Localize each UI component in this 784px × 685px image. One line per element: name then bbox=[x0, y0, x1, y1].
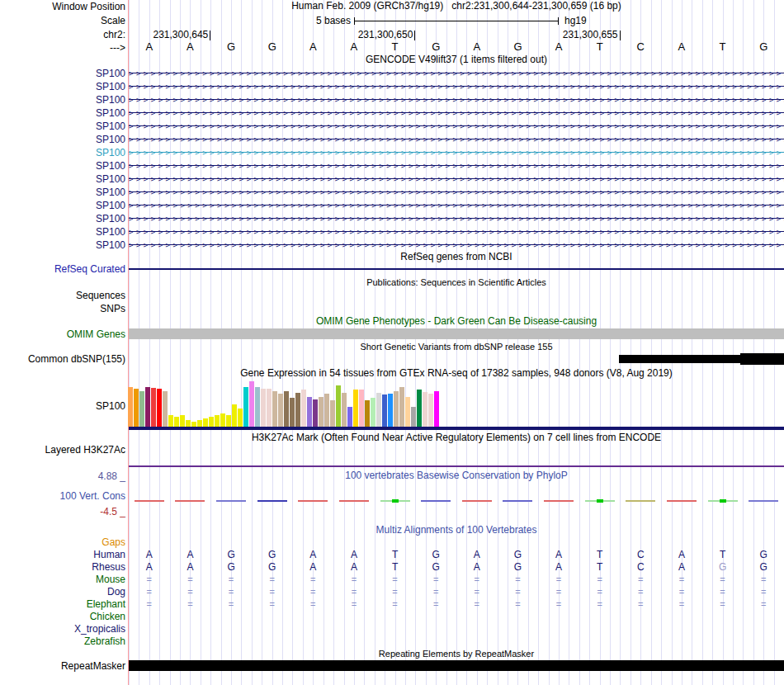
gtex-tissue-bar[interactable] bbox=[209, 417, 214, 427]
phylop-bar[interactable] bbox=[503, 500, 532, 502]
gtex-expression-chart[interactable] bbox=[128, 381, 442, 427]
gencode-transcript-label[interactable]: SP100 bbox=[96, 133, 125, 146]
transcript-arrows[interactable]: >>>>>>>>>>>>>>>>>>>>>>>>>>>>>>>>>>>>>>>>… bbox=[129, 212, 784, 225]
transcript-arrows[interactable]: >>>>>>>>>>>>>>>>>>>>>>>>>>>>>>>>>>>>>>>>… bbox=[129, 172, 784, 186]
gtex-tissue-bar[interactable] bbox=[134, 389, 139, 427]
transcript-arrows[interactable]: >>>>>>>>>>>>>>>>>>>>>>>>>>>>>>>>>>>>>>>>… bbox=[129, 199, 784, 212]
gtex-tissue-bar[interactable] bbox=[319, 397, 324, 427]
gencode-transcript-label[interactable]: SP100 bbox=[96, 120, 125, 133]
sequences-track-label[interactable]: Sequences bbox=[76, 290, 125, 301]
gtex-tissue-bar[interactable] bbox=[382, 394, 387, 427]
phylop-bar[interactable] bbox=[667, 500, 697, 502]
h3k27ac-track-label[interactable]: Layered H3K27Ac bbox=[45, 444, 125, 456]
gencode-transcript-label[interactable]: SP100 bbox=[96, 212, 125, 225]
gencode-transcript-label[interactable]: SP100 bbox=[96, 225, 125, 239]
gtex-tissue-bar[interactable] bbox=[145, 387, 150, 427]
transcript-arrows[interactable]: >>>>>>>>>>>>>>>>>>>>>>>>>>>>>>>>>>>>>>>>… bbox=[129, 225, 784, 239]
gencode-transcript-label[interactable]: SP100 bbox=[96, 159, 125, 172]
gtex-tissue-bar[interactable] bbox=[417, 390, 422, 427]
gtex-tissue-bar[interactable] bbox=[399, 387, 404, 427]
phylop-bar[interactable] bbox=[708, 500, 738, 502]
phylop-bar[interactable] bbox=[135, 500, 164, 502]
repeatmasker-element[interactable] bbox=[129, 660, 784, 671]
phylop-bar[interactable] bbox=[626, 500, 655, 502]
gtex-tissue-bar[interactable] bbox=[272, 391, 277, 427]
gtex-tissue-bar[interactable] bbox=[174, 417, 179, 427]
gtex-tissue-bar[interactable] bbox=[243, 387, 248, 427]
gtex-tissue-bar[interactable] bbox=[186, 420, 191, 427]
transcript-arrows[interactable]: >>>>>>>>>>>>>>>>>>>>>>>>>>>>>>>>>>>>>>>>… bbox=[129, 186, 784, 199]
gtex-tissue-bar[interactable] bbox=[128, 387, 133, 427]
omim-track-label[interactable]: OMIM Genes bbox=[67, 328, 125, 340]
gtex-tissue-bar[interactable] bbox=[255, 387, 260, 427]
gencode-transcript-label[interactable]: SP100 bbox=[96, 186, 125, 199]
gtex-tissue-bar[interactable] bbox=[434, 391, 439, 427]
gtex-tissue-bar[interactable] bbox=[359, 390, 364, 427]
gencode-transcript-label[interactable]: SP100 bbox=[96, 172, 125, 186]
gtex-tissue-bar[interactable] bbox=[215, 415, 220, 427]
transcript-arrows[interactable]: >>>>>>>>>>>>>>>>>>>>>>>>>>>>>>>>>>>>>>>>… bbox=[129, 67, 784, 80]
transcript-arrows[interactable]: >>>>>>>>>>>>>>>>>>>>>>>>>>>>>>>>>>>>>>>>… bbox=[129, 159, 784, 172]
phylop-bar[interactable] bbox=[339, 500, 369, 502]
gtex-tissue-bar[interactable] bbox=[139, 391, 144, 427]
multiz-species-label[interactable]: Human bbox=[93, 549, 125, 561]
phylop-bar[interactable] bbox=[175, 500, 205, 502]
gtex-tissue-bar[interactable] bbox=[423, 392, 427, 427]
gtex-tissue-bar[interactable] bbox=[353, 390, 358, 427]
phylop-bar[interactable] bbox=[462, 500, 492, 502]
gtex-tissue-bar[interactable] bbox=[365, 400, 370, 427]
gtex-tissue-bar[interactable] bbox=[220, 413, 225, 427]
snp-item[interactable] bbox=[619, 355, 740, 363]
snp-item[interactable] bbox=[740, 353, 784, 365]
gtex-tissue-bar[interactable] bbox=[342, 393, 347, 427]
gtex-tissue-bar[interactable] bbox=[278, 394, 283, 427]
gencode-transcript-label[interactable]: SP100 bbox=[96, 80, 125, 93]
gtex-gene-model-line[interactable] bbox=[129, 427, 784, 430]
multiz-species-label[interactable]: X_tropicalis bbox=[74, 623, 125, 635]
gtex-tissue-bar[interactable] bbox=[180, 415, 185, 427]
gtex-gene-label[interactable]: SP100 bbox=[96, 400, 125, 412]
gtex-tissue-bar[interactable] bbox=[336, 385, 341, 427]
gtex-tissue-bar[interactable] bbox=[290, 398, 295, 427]
phylop-bar[interactable] bbox=[216, 500, 246, 502]
transcript-arrows[interactable]: >>>>>>>>>>>>>>>>>>>>>>>>>>>>>>>>>>>>>>>>… bbox=[129, 106, 784, 120]
gtex-tissue-bar[interactable] bbox=[313, 399, 318, 427]
multiz-species-label[interactable]: Mouse bbox=[96, 574, 125, 586]
gtex-tissue-bar[interactable] bbox=[267, 389, 272, 427]
gencode-transcript-label[interactable]: SP100 bbox=[96, 146, 125, 159]
gtex-tissue-bar[interactable] bbox=[151, 388, 156, 427]
gtex-tissue-bar[interactable] bbox=[347, 407, 352, 427]
gtex-tissue-bar[interactable] bbox=[232, 404, 237, 427]
phylop-bar[interactable] bbox=[749, 500, 778, 502]
gtex-tissue-bar[interactable] bbox=[226, 415, 231, 427]
gtex-tissue-bar[interactable] bbox=[295, 393, 300, 427]
phylop-bar[interactable] bbox=[585, 500, 615, 502]
gtex-tissue-bar[interactable] bbox=[249, 381, 254, 427]
multiz-species-label[interactable]: Dog bbox=[107, 586, 125, 598]
conservation-track-label[interactable]: 100 Vert. Cons bbox=[60, 490, 125, 502]
refseq-track-label[interactable]: RefSeq Curated bbox=[54, 263, 125, 275]
transcript-arrows[interactable]: >>>>>>>>>>>>>>>>>>>>>>>>>>>>>>>>>>>>>>>>… bbox=[129, 80, 784, 93]
refseq-gene-item[interactable] bbox=[129, 268, 784, 270]
gtex-tissue-bar[interactable] bbox=[428, 394, 433, 427]
gtex-tissue-bar[interactable] bbox=[330, 400, 335, 427]
gtex-tissue-bar[interactable] bbox=[376, 393, 381, 427]
gtex-tissue-bar[interactable] bbox=[394, 391, 399, 427]
transcript-arrows[interactable]: >>>>>>>>>>>>>>>>>>>>>>>>>>>>>>>>>>>>>>>>… bbox=[129, 239, 784, 252]
gtex-tissue-bar[interactable] bbox=[388, 394, 393, 427]
dbsnp-track-label[interactable]: Common dbSNP(155) bbox=[28, 353, 125, 365]
phylop-bar[interactable] bbox=[257, 500, 287, 502]
multiz-species-label[interactable]: Zebrafish bbox=[84, 635, 125, 648]
multiz-species-label[interactable]: Chicken bbox=[90, 611, 125, 623]
gtex-tissue-bar[interactable] bbox=[371, 398, 375, 427]
transcript-arrows[interactable]: >>>>>>>>>>>>>>>>>>>>>>>>>>>>>>>>>>>>>>>>… bbox=[129, 93, 784, 106]
gencode-transcript-label[interactable]: SP100 bbox=[96, 93, 125, 106]
omim-gene-item[interactable] bbox=[129, 328, 784, 339]
gencode-transcript-label[interactable]: SP100 bbox=[96, 239, 125, 252]
transcript-arrows[interactable]: >>>>>>>>>>>>>>>>>>>>>>>>>>>>>>>>>>>>>>>>… bbox=[129, 120, 784, 133]
h3k27ac-signal-line[interactable] bbox=[129, 465, 784, 467]
gtex-tissue-bar[interactable] bbox=[405, 397, 410, 427]
phylop-bar[interactable] bbox=[380, 500, 410, 502]
gencode-transcript-label[interactable]: SP100 bbox=[96, 106, 125, 120]
gtex-tissue-bar[interactable] bbox=[157, 389, 162, 427]
